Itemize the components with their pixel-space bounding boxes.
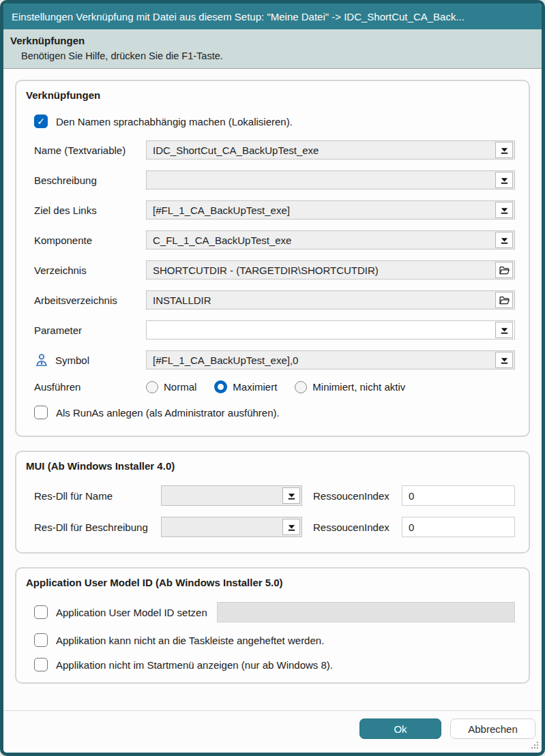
group-verknuepfungen-title: Verknüpfungen (26, 89, 515, 101)
runas-checkbox-label: Als RunAs anlegen (als Administrator aus… (56, 407, 280, 419)
ressourcenindex-name-input[interactable]: 0 (402, 485, 515, 506)
folder-icon (499, 265, 510, 275)
radio-normal[interactable]: Normal (146, 381, 196, 393)
arbeitsverzeichnis-folder-button[interactable] (495, 292, 513, 308)
arbeitsverzeichnis-field[interactable]: INSTALLDIR (146, 290, 515, 309)
cancel-button[interactable]: Abbrechen (450, 719, 535, 739)
field-row-komponente: Komponente C_FL_1_CA_BackUpTest_exe (26, 230, 515, 250)
runas-checkbox[interactable] (34, 406, 48, 419)
localize-checkbox-label: Den Namen sprachabhängig machen (Lokalis… (56, 116, 293, 127)
dropdown-arrow-icon (499, 205, 510, 215)
aumid-no-taskbar-label: Applikation kann nicht an die Taskleiste… (56, 635, 324, 646)
person-icon (34, 352, 49, 367)
header-title: Verknüpfungen (10, 35, 535, 46)
runas-checkbox-row[interactable]: Als RunAs anlegen (als Administrator aus… (34, 406, 515, 419)
aumid-no-taskbar-row[interactable]: Applikation kann nicht an die Taskleiste… (34, 633, 515, 647)
resize-grip[interactable] (531, 742, 538, 749)
aumid-no-taskbar-checkbox[interactable] (34, 633, 48, 647)
dropdown-arrow-icon (499, 145, 510, 155)
localize-checkbox-row[interactable]: ✓ Den Namen sprachabhängig machen (Lokal… (34, 115, 515, 128)
verzeichnis-field-label: Verzeichnis (26, 264, 146, 276)
header-subtitle: Benötigen Sie Hilfe, drücken Sie die F1-… (21, 50, 535, 61)
radio-button-icon[interactable] (146, 381, 158, 393)
ressourcenindex-beschreibung-input[interactable]: 0 (402, 517, 515, 537)
resdll-name-combo[interactable] (161, 485, 302, 506)
beschreibung-dropdown-button[interactable] (495, 172, 513, 188)
komponente-dropdown-button[interactable] (495, 232, 513, 248)
ziel-field-label: Ziel des Links (26, 205, 146, 216)
dropdown-arrow-icon (499, 235, 510, 245)
komponente-field-label: Komponente (26, 235, 146, 246)
radio-button-selected-icon[interactable] (214, 380, 227, 393)
field-row-verzeichnis: Verzeichnis SHORTCUTDIR - (TARGETDIR\SHO… (26, 260, 515, 279)
verzeichnis-folder-button[interactable] (495, 262, 513, 278)
group-aumid: Application User Model ID (Ab Windows In… (15, 567, 530, 684)
localize-checkbox[interactable]: ✓ (34, 115, 48, 128)
radio-minimiert[interactable]: Minimiert, nicht aktiv (295, 381, 405, 393)
field-row-parameter: Parameter (26, 320, 515, 339)
resdll-name-dropdown-button[interactable] (282, 487, 300, 504)
field-row-symbol: Symbol [#FL_1_CA_BackUpTest_exe],0 (26, 350, 515, 369)
field-row-name: Name (Textvariable) IDC_ShortCut_CA_Back… (26, 140, 515, 160)
dialog-window: Einstellungen Verknüpfung mit Datei aus … (0, 0, 545, 756)
ok-button[interactable]: Ok (359, 719, 441, 739)
ressourcenindex-label: RessoucenIndex (313, 521, 402, 533)
parameter-field-label: Parameter (26, 324, 146, 336)
radio-button-icon[interactable] (295, 381, 307, 393)
folder-icon (499, 295, 510, 305)
parameter-field[interactable] (146, 320, 515, 339)
symbol-field[interactable]: [#FL_1_CA_BackUpTest_exe],0 (146, 350, 515, 369)
mui-row-beschreibung: Res-Dll für Beschreibung RessoucenIndex … (26, 517, 515, 537)
aumid-set-label: Application User Model ID setzen (56, 607, 207, 618)
name-dropdown-button[interactable] (495, 142, 513, 158)
dropdown-arrow-icon (499, 175, 510, 185)
title-bar[interactable]: Einstellungen Verknüpfung mit Datei aus … (3, 3, 542, 29)
verzeichnis-field[interactable]: SHORTCUTDIR - (TARGETDIR\SHORTCUTDIR) (146, 260, 515, 279)
name-field[interactable]: IDC_ShortCut_CA_BackUpTest_exe (146, 140, 515, 160)
symbol-dropdown-button[interactable] (495, 352, 513, 368)
field-row-beschreibung: Beschreibung (26, 170, 515, 190)
check-icon: ✓ (37, 117, 45, 126)
arbeitsverzeichnis-field-label: Arbeitsverzeichnis (26, 294, 146, 306)
komponente-field[interactable]: C_FL_1_CA_BackUpTest_exe (146, 230, 515, 250)
radio-maximiert[interactable]: Maximiert (214, 380, 277, 393)
beschreibung-field[interactable] (146, 170, 515, 190)
group-aumid-title: Application User Model ID (Ab Windows In… (26, 577, 515, 588)
resdll-beschreibung-label: Res-Dll für Beschreibung (26, 521, 161, 533)
aumid-no-startmenu-label: Applikation nicht im Startmenü anzeigen … (56, 659, 333, 671)
footer-bar: Ok Abbrechen (3, 710, 542, 753)
aumid-no-startmenu-row[interactable]: Applikation nicht im Startmenü anzeigen … (34, 658, 515, 671)
mui-row-name: Res-Dll für Name RessoucenIndex 0 (26, 485, 515, 506)
resdll-name-label: Res-Dll für Name (26, 490, 161, 502)
field-row-ziel: Ziel des Links [#FL_1_CA_BackUpTest_exe] (26, 200, 515, 220)
ausfuehren-label: Ausführen (26, 381, 146, 393)
aumid-set-row: Application User Model ID setzen (34, 602, 515, 622)
ausfuehren-radio-row: Ausführen Normal Maximiert Minimiert, ni… (26, 380, 515, 393)
ziel-dropdown-button[interactable] (495, 202, 513, 218)
dropdown-arrow-icon (499, 355, 510, 365)
aumid-set-checkbox[interactable] (34, 605, 48, 619)
name-field-label: Name (Textvariable) (26, 145, 146, 156)
resdll-beschreibung-combo[interactable] (161, 517, 302, 537)
group-mui-title: MUI (Ab Windows Installer 4.0) (26, 460, 515, 472)
group-mui: MUI (Ab Windows Installer 4.0) Res-Dll f… (15, 451, 530, 554)
group-verknuepfungen: Verknüpfungen ✓ Den Namen sprachabhängig… (15, 80, 530, 437)
window-title: Einstellungen Verknüpfung mit Datei aus … (12, 11, 465, 22)
dropdown-arrow-icon (286, 522, 297, 532)
field-row-arbeitsverzeichnis: Arbeitsverzeichnis INSTALLDIR (26, 290, 515, 309)
dropdown-arrow-icon (286, 491, 297, 501)
ressourcenindex-label: RessoucenIndex (313, 490, 402, 502)
aumid-no-startmenu-checkbox[interactable] (34, 658, 48, 671)
help-header: Verknüpfungen Benötigen Sie Hilfe, drück… (3, 29, 542, 69)
ausfuehren-radio-group: Normal Maximiert Minimiert, nicht aktiv (146, 380, 405, 393)
ziel-field[interactable]: [#FL_1_CA_BackUpTest_exe] (146, 200, 515, 220)
resdll-beschreibung-dropdown-button[interactable] (282, 519, 300, 535)
symbol-field-label: Symbol (26, 352, 146, 367)
beschreibung-field-label: Beschreibung (26, 175, 146, 186)
dropdown-arrow-icon (499, 325, 510, 335)
parameter-dropdown-button[interactable] (495, 322, 513, 338)
aumid-value-input[interactable] (217, 602, 515, 622)
main-content: Verknüpfungen ✓ Den Namen sprachabhängig… (3, 69, 542, 710)
